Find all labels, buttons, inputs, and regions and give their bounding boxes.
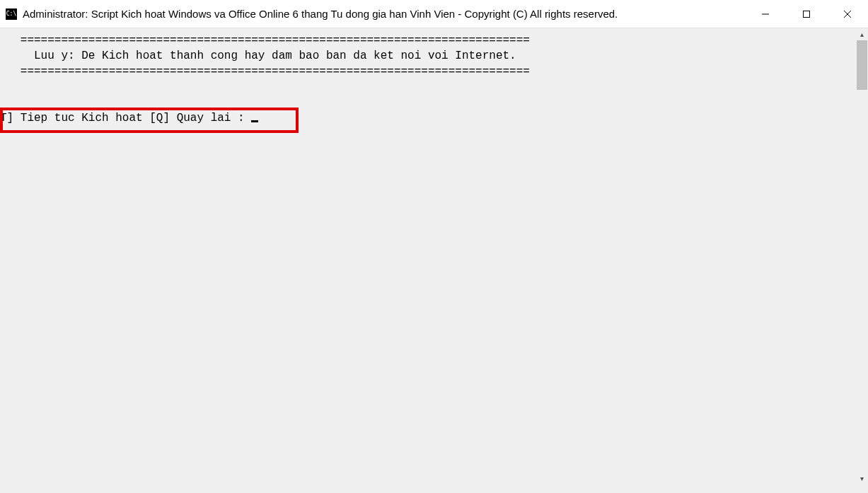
window-controls — [745, 0, 868, 28]
prompt-line: T] Tiep tuc Kich hoat [Q] Quay lai : — [0, 112, 258, 124]
console-area[interactable]: ========================================… — [0, 28, 868, 493]
scrollbar-track[interactable] — [856, 40, 868, 472]
vertical-scrollbar[interactable]: ▴ ▾ — [856, 28, 868, 485]
maximize-button[interactable] — [786, 0, 827, 28]
minimize-button[interactable] — [745, 0, 786, 28]
cmd-icon: C:\ — [6, 8, 17, 20]
close-button[interactable] — [827, 0, 868, 28]
console-output: ========================================… — [0, 28, 868, 79]
minimize-icon — [761, 10, 770, 18]
window-title: Administrator: Script Kich hoat Windows … — [23, 8, 618, 20]
separator-line: ========================================… — [0, 34, 530, 47]
prompt-text: T] Tiep tuc Kich hoat [Q] Quay lai : — [0, 112, 251, 124]
separator-line: ========================================… — [0, 65, 530, 78]
notice-line: Luu y: De Kich hoat thanh cong hay dam b… — [0, 50, 516, 62]
svg-rect-1 — [804, 11, 810, 18]
cmd-icon-text: C:\ — [6, 11, 16, 17]
close-icon — [843, 10, 852, 18]
scrollbar-thumb[interactable] — [857, 40, 867, 90]
titlebar: C:\ Administrator: Script Kich hoat Wind… — [0, 0, 868, 28]
scroll-down-arrow-icon[interactable]: ▾ — [856, 472, 868, 485]
maximize-icon — [802, 10, 811, 18]
scroll-up-arrow-icon[interactable]: ▴ — [856, 28, 868, 40]
cursor — [251, 120, 258, 122]
